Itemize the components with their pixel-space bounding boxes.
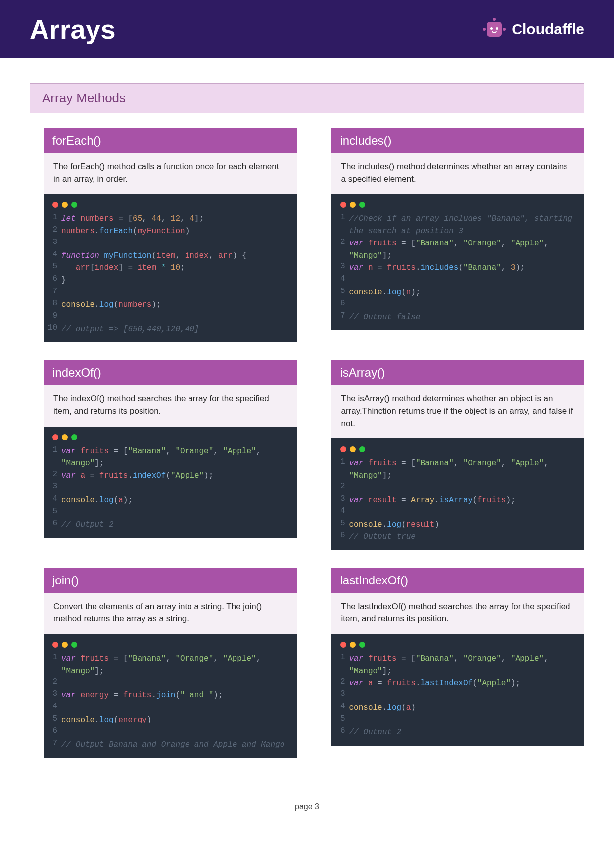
card-description: Convert the elements of an array into a …: [44, 593, 297, 634]
card-title: isArray(): [331, 360, 585, 385]
code-block: 1var fruits = ["Banana", "Orange", "Appl…: [331, 634, 585, 746]
code-line: 10// output => [650,440,120,40]: [44, 323, 297, 336]
code-block: 1//Check if an array includes "Banana", …: [331, 194, 585, 330]
code-line: 2: [44, 677, 297, 690]
code-line: 2var a = fruits.lastIndexOf("Apple");: [331, 677, 585, 690]
code-line: 5console.log(n);: [331, 287, 585, 299]
code-line: 1var fruits = ["Banana", "Orange", "Appl…: [331, 653, 585, 677]
card-description: The includes() method determines whether…: [331, 153, 585, 194]
code-line: 5: [331, 714, 585, 726]
code-line: 5console.log(result): [331, 519, 585, 531]
code-line: 6: [44, 726, 297, 739]
code-line: 1var fruits = ["Banana", "Orange", "Appl…: [331, 457, 585, 482]
window-controls-icon: [331, 200, 585, 213]
code-line: 2: [331, 482, 585, 494]
window-controls-icon: [44, 200, 297, 213]
method-card: includes()The includes() method determin…: [331, 128, 585, 342]
code-line: 4console.log(a): [331, 702, 585, 714]
code-line: 2numbers.forEach(myFunction): [44, 225, 297, 238]
code-line: 4function myFunction(item, index, arr) {: [44, 250, 297, 262]
method-card: forEach()The forEach() method calls a fu…: [44, 128, 297, 342]
code-line: 8console.log(numbers);: [44, 299, 297, 311]
window-controls-icon: [44, 640, 297, 653]
code-line: 6}: [44, 274, 297, 287]
brand: Cloudaffle: [483, 18, 584, 41]
code-line: 5console.log(energy): [44, 714, 297, 726]
method-card: indexOf()The indexOf() method searches t…: [44, 360, 297, 550]
code-line: 6// Output 2: [44, 519, 297, 531]
card-description: The lastIndexOf() method searches the ar…: [331, 593, 585, 634]
window-controls-icon: [331, 640, 585, 653]
code-line: 1let numbers = [65, 44, 12, 4];: [44, 213, 297, 225]
cards-grid: forEach()The forEach() method calls a fu…: [44, 128, 584, 758]
section-title: Array Methods: [30, 83, 584, 113]
card-description: The forEach() method calls a function on…: [44, 153, 297, 194]
code-line: 1var fruits = ["Banana", "Orange", "Appl…: [44, 445, 297, 470]
method-card: join()Convert the elements of an array i…: [44, 568, 297, 758]
code-line: 3var energy = fruits.join(" and ");: [44, 689, 297, 702]
code-line: 7// Output Banana and Orange and Apple a…: [44, 739, 297, 751]
code-line: 1//Check if an array includes "Banana", …: [331, 213, 585, 238]
code-line: 4: [331, 506, 585, 519]
code-line: 2var a = fruits.indexOf("Apple");: [44, 470, 297, 482]
page-header: Arrays Cloudaffle: [0, 0, 614, 58]
code-line: 6// Output 2: [331, 726, 585, 739]
code-block: 1var fruits = ["Banana", "Orange", "Appl…: [44, 427, 297, 538]
code-line: 9: [44, 311, 297, 324]
code-line: 1var fruits = ["Banana", "Orange", "Appl…: [44, 653, 297, 677]
code-line: 3var n = fruits.includes("Banana", 3);: [331, 262, 585, 274]
code-line: 5 arr[index] = item * 10;: [44, 262, 297, 274]
code-line: 6: [331, 299, 585, 311]
code-line: 3: [44, 482, 297, 494]
code-line: 4console.log(a);: [44, 494, 297, 507]
code-line: 3: [44, 238, 297, 250]
code-block: 1var fruits = ["Banana", "Orange", "Appl…: [44, 634, 297, 758]
code-line: 7// Output false: [331, 311, 585, 324]
page-title: Arrays: [30, 14, 116, 45]
code-line: 3: [331, 689, 585, 702]
page-body: Array Methods forEach()The forEach() met…: [0, 58, 614, 792]
card-title: join(): [44, 568, 297, 593]
window-controls-icon: [44, 433, 297, 445]
code-line: 4: [44, 702, 297, 714]
card-description: The isArray() method determines whether …: [331, 385, 585, 438]
window-controls-icon: [331, 444, 585, 457]
code-line: 5: [44, 507, 297, 519]
code-line: 2var fruits = ["Banana", "Orange", "Appl…: [331, 238, 585, 262]
code-line: 6// Output true: [331, 531, 585, 543]
code-line: 4: [331, 274, 585, 287]
brand-name: Cloudaffle: [512, 21, 584, 38]
code-line: 7: [44, 287, 297, 299]
card-description: The indexOf() method searches the array …: [44, 385, 297, 426]
card-title: lastIndexOf(): [331, 568, 585, 593]
card-title: indexOf(): [44, 360, 297, 385]
method-card: lastIndexOf()The lastIndexOf() method se…: [331, 568, 585, 758]
brand-logo-icon: [483, 18, 506, 41]
code-block: 1let numbers = [65, 44, 12, 4];2numbers.…: [44, 194, 297, 342]
code-block: 1var fruits = ["Banana", "Orange", "Appl…: [331, 438, 585, 550]
card-title: forEach(): [44, 128, 297, 153]
page-footer: page 3: [0, 792, 614, 826]
card-title: includes(): [331, 128, 585, 153]
method-card: isArray()The isArray() method determines…: [331, 360, 585, 550]
code-line: 3var result = Array.isArray(fruits);: [331, 494, 585, 507]
